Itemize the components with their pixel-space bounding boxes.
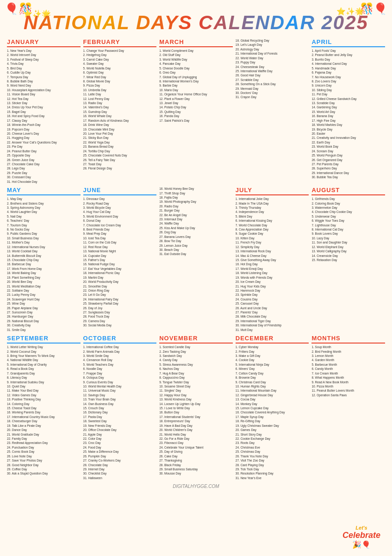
list-item: 13. World Kindness Day [159, 397, 233, 401]
list-item: 1. Cyber Monday [236, 345, 309, 349]
list-item: 22. Be An Angel Day [159, 213, 233, 217]
list-item: 4. Trivia Day [7, 62, 81, 66]
list-item: 7. Tourism Day [7, 223, 81, 227]
list-item: 6. Teachers' Day [7, 219, 81, 223]
list-item: 25. Christmas Day [236, 450, 309, 454]
list-item: 29. Tick Tock Day [236, 467, 309, 471]
list-item: 10. Umbrella Day [83, 88, 157, 92]
list-item: 31. Halloween [83, 476, 157, 480]
list-item: 29. Small Business Saturday [159, 467, 233, 471]
list-item: 5. Barbecue Month [311, 362, 385, 367]
list-item: 12. International Nurses Day [7, 245, 81, 249]
month-title-january: JANUARY [7, 38, 81, 47]
list-item: 8. No Socks Day [7, 227, 81, 231]
list-item: 24. Scavenger Hunt Day [7, 297, 81, 301]
list-item: 12. Lost Penny Day [83, 97, 157, 101]
list-item: 2. World Farm Animals Day [83, 350, 157, 354]
list-item: 7. Chocolate Ice Cream Day [83, 223, 157, 227]
list-item: 21. Hug Your Kids Day [236, 284, 309, 288]
list-item: 19. Have A Bad Day Day [159, 424, 233, 428]
month-title-june: JUNE [83, 187, 157, 195]
list-item: 22. Color Day [83, 437, 157, 441]
list-item: 20. Radio Day [159, 204, 233, 208]
list-item: 24. International Fairy Day [83, 297, 157, 301]
list-item: 21. World Hello Day [159, 432, 233, 437]
list-item: 23. Croc Day [83, 441, 157, 445]
list-item: 9. Barbie Day [159, 83, 233, 87]
list-item: 13. Positive Thinking Day [7, 397, 81, 401]
list-item: 5. Underwear Day [311, 214, 385, 219]
list-item: 23. Pie Day [7, 144, 81, 149]
list-item: 6. Candy Month [311, 367, 385, 371]
celebrate-badge: Let's Celebrate 🎉🎈 [342, 525, 380, 549]
list-item: 16. Dictionary Day [83, 410, 157, 414]
list-item: 2. World Coconut Day [7, 350, 81, 354]
list-item: 26. Paper Airplane Day [7, 306, 81, 310]
month-title-september: SEPTEMBER [7, 335, 81, 344]
list-item: 27. Visit The Zoo Day [236, 458, 309, 462]
list-item: 4. International Carrot Day [311, 62, 385, 66]
list-item: 14. Buttermilk Biscuit Day [7, 254, 81, 258]
list-item: 1. May Day [7, 197, 81, 201]
list-item: 8. Bubble Bath Day [7, 79, 81, 83]
list-item: 22. Onion Ring Day [83, 288, 157, 293]
day-list-may: 1. May Day2. Brothers and Sisters Day3. … [7, 197, 81, 332]
list-item: 19. New Friends Day [83, 424, 157, 428]
list-item: 28. Hamburger Day [7, 314, 81, 319]
month-block-october: OCTOBER1. International Coffee Day2. Wor… [83, 335, 157, 480]
list-item: 20. World Children's Day [159, 428, 233, 432]
list-item: 6. Nachos Day [159, 367, 233, 371]
list-item: 17. Classy Day [7, 119, 81, 123]
list-item: 28. Bow Tie Day [159, 239, 233, 243]
list-item: 31. New Year's Eve [236, 476, 309, 480]
list-item: 30. Croissant Day [7, 175, 81, 179]
list-item: 10. Iced Tea Day [83, 236, 157, 240]
list-item: 7. Lighthouse Day [311, 223, 385, 227]
list-item: 26. Tell a Fairy Tale Day [83, 158, 157, 162]
list-item: 29. Coffee Day [7, 467, 81, 471]
month-title-august: AUGUST [311, 187, 385, 195]
list-item: 20. Love Your Pet Day [83, 131, 157, 136]
day-list-november: 1. Scented Candle Day2. Zero Tasking Day… [159, 345, 233, 476]
list-item: 8. International Cat Day [311, 227, 385, 231]
list-item: 19. Popcorn Day [7, 127, 81, 131]
list-item: 5. International Day of Charity [7, 362, 81, 367]
list-item: 21. World Meditation Day [7, 284, 81, 288]
list-item: 2. Brothers and Sisters Day [7, 201, 81, 206]
list-item: 11. Universal Music Day [83, 388, 157, 393]
list-item: 24. Punctuation Day [7, 445, 81, 450]
month-title-july: JULY [236, 187, 309, 195]
list-item: 2. Hedgehog Day [83, 53, 157, 57]
list-item: 10. World Mental Health Day [83, 384, 157, 388]
list-item: 28. Card Playing Day [236, 463, 309, 467]
list-item: 10. Quiet Day [7, 384, 81, 388]
list-item: 15. I Love to Write Day [159, 406, 233, 410]
list-item: 31. Smile Day [7, 328, 81, 332]
month-block-september: SEPTEMBER1. World Letter Writing Day2. W… [7, 335, 81, 480]
list-item: 24. Cheesesteak Day [236, 65, 309, 69]
day-list-january: 1. New Year's Day2. World Introvert Day3… [7, 49, 81, 184]
list-item: 30. Checklist Day [83, 471, 157, 475]
list-item: 11. Organize Your Home Office Day [159, 92, 233, 96]
list-item: 18. World Baking Day [7, 271, 81, 275]
list-item: 22. Answer Your Cat's Questions Day [7, 140, 81, 144]
list-item: 1. Change Your Password Day [83, 49, 157, 53]
list-item: 12. Video Games Day [7, 393, 81, 397]
month-title-march: MARCH [159, 38, 233, 47]
list-item: 10. Human Rights Day [236, 384, 309, 388]
list-item: 14. Coloring Day [7, 402, 81, 406]
month-title-months: MONTHS [311, 335, 385, 344]
list-item: 3. Burrito Day [311, 57, 385, 62]
list-item: 16. World Whale Day [83, 114, 157, 118]
list-item: 25. Strawberry Parfait Day [83, 301, 157, 306]
list-item: 2. Made In The USA Day [236, 201, 309, 206]
month-title-february: FEBRUARY [83, 38, 157, 47]
list-item: 23. Let It Go Day [83, 293, 157, 297]
list-item: 12. Operation Santa Paws [311, 393, 385, 397]
list-item: 27. Save Your Photos Day [7, 458, 81, 462]
list-item: 9. Pizza Day [83, 83, 157, 87]
list-item: 13. National Movie Night [83, 249, 157, 253]
month-title-october: OCTOBER [83, 335, 157, 344]
list-item: 24. Cousins Day [236, 297, 309, 301]
list-item: 30. Resolution Planning Day [236, 471, 309, 475]
